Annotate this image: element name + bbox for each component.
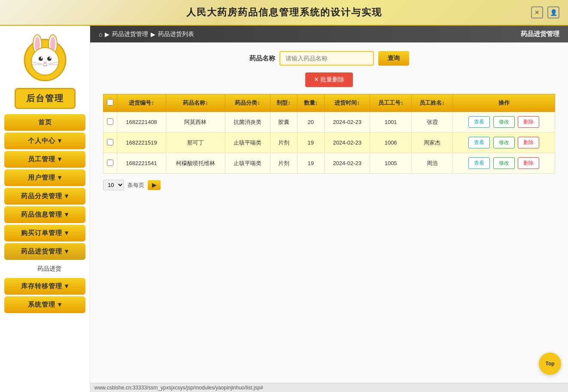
table-row: 1682221519 那可丁 止咳平喘类 片剂 19 2024-02-23 10… <box>103 133 555 153</box>
cell-category: 止咳平喘类 <box>225 153 270 174</box>
cell-dosage-form: 片剂 <box>270 153 297 174</box>
svg-point-6 <box>39 57 43 61</box>
sidebar-logo <box>17 30 73 86</box>
cell-employee-name: 周家杰 <box>411 133 453 153</box>
breadcrumb-separator-2: ▶ <box>151 31 155 38</box>
edit-button[interactable]: 修改 <box>493 137 515 148</box>
th-drug-name: 药品名称↕ <box>166 94 225 112</box>
table-row: 1682221541 柯檬酸喷托维林 止咳平喘类 片剂 19 2024-02-2… <box>103 153 555 174</box>
edit-button[interactable]: 修改 <box>493 116 515 128</box>
table-header-row: 进货编号↕ 药品名称↕ 药品分类↕ 剂型↕ 数量↕ 进货时间↕ 员工工号↕ 员工… <box>103 94 555 112</box>
breadcrumb-item-2: 药品进货列表 <box>158 30 194 38</box>
bulk-actions: ✕ 批量删除 <box>103 72 555 87</box>
cell-actions: 查看 修改 删除 <box>453 133 555 153</box>
cell-purchase-time: 2024-02-23 <box>324 133 370 153</box>
cell-dosage-form: 片剂 <box>270 133 297 153</box>
cell-actions: 查看 修改 删除 <box>453 153 555 174</box>
sidebar-item-profile[interactable]: 个人中心 ▾ <box>4 133 85 149</box>
table-body: 1682221408 阿莫西林 抗菌消炎类 胶囊 20 2024-02-23 1… <box>103 112 555 174</box>
rabbit-icon <box>19 32 71 84</box>
pagination: 10 20 50 条每页 ▶ <box>103 180 555 190</box>
sidebar-item-drug-info[interactable]: 药品信息管理 ▾ <box>4 206 85 223</box>
view-button[interactable]: 查看 <box>468 157 490 169</box>
sidebar: 后台管理 首页 个人中心 ▾ 员工管理 ▾ 用户管理 ▾ 药品分类管理 ▾ 药品… <box>0 26 90 392</box>
bulk-delete-button[interactable]: ✕ 批量删除 <box>305 72 353 87</box>
cell-drug-name: 阿莫西林 <box>166 112 225 133</box>
search-button[interactable]: 查询 <box>378 51 409 66</box>
header: 人民大药房药品信息管理系统的设计与实现 ✕ 👤 <box>0 0 568 26</box>
cell-quantity: 19 <box>297 153 324 174</box>
th-id: 进货编号↕ <box>117 94 166 112</box>
th-purchase-time: 进货时间↕ <box>324 94 370 112</box>
cell-drug-name: 柯檬酸喷托维林 <box>166 153 225 174</box>
sidebar-item-purchase-order[interactable]: 购买订单管理 ▾ <box>4 225 85 241</box>
admin-label: 后台管理 <box>15 88 76 109</box>
delete-button[interactable]: 删除 <box>518 137 539 148</box>
sidebar-item-user[interactable]: 用户管理 ▾ <box>4 169 85 186</box>
header-icons: ✕ 👤 <box>531 6 559 18</box>
sidebar-item-inventory[interactable]: 库存转移管理 ▾ <box>4 278 85 295</box>
cell-id: 1682221541 <box>117 153 166 174</box>
row-checkbox[interactable] <box>107 118 113 125</box>
cell-category: 止咳平喘类 <box>225 133 270 153</box>
sidebar-item-system[interactable]: 系统管理 ▾ <box>4 296 85 313</box>
row-checkbox[interactable] <box>107 160 113 166</box>
page-size-select[interactable]: 10 20 50 <box>103 180 124 190</box>
th-category: 药品分类↕ <box>225 94 270 112</box>
sidebar-item-employee[interactable]: 员工管理 ▾ <box>4 151 85 168</box>
cell-quantity: 19 <box>297 133 324 153</box>
page-content: 药品名称 查询 ✕ 批量删除 进货编号↕ 药品名称↕ 药品分类↕ <box>90 42 568 383</box>
cell-actions: 查看 修改 删除 <box>453 112 555 133</box>
status-url: www.csbishe.cn:33333/ssm_ypxsjxcsys/jsp/… <box>94 385 263 391</box>
main-layout: 后台管理 首页 个人中心 ▾ 员工管理 ▾ 用户管理 ▾ 药品分类管理 ▾ 药品… <box>0 26 568 392</box>
th-employee-id: 员工工号↕ <box>370 94 411 112</box>
user-button[interactable]: 👤 <box>547 6 559 18</box>
svg-point-9 <box>49 57 51 59</box>
delete-button[interactable]: 删除 <box>518 157 539 169</box>
cell-employee-id: 1001 <box>370 112 411 133</box>
svg-point-7 <box>47 57 52 61</box>
cell-employee-id: 1005 <box>370 153 411 174</box>
view-button[interactable]: 查看 <box>468 116 490 128</box>
header-title: 人民大药房药品信息管理系统的设计与实现 <box>186 6 382 19</box>
th-checkbox <box>103 94 117 112</box>
sidebar-item-home[interactable]: 首页 <box>4 114 85 131</box>
search-bar: 药品名称 查询 <box>103 51 555 66</box>
cell-id: 1682221408 <box>117 112 166 133</box>
breadcrumb-separator: ▶ <box>105 31 109 38</box>
breadcrumb: ⌂ ▶ 药品进货管理 ▶ 药品进货列表 <box>99 30 194 38</box>
th-quantity: 数量↕ <box>297 94 324 112</box>
cell-drug-name: 那可丁 <box>166 133 225 153</box>
sidebar-sub-drug-purchase[interactable]: 药品进货 <box>4 262 85 276</box>
view-button[interactable]: 查看 <box>468 137 490 148</box>
svg-point-8 <box>41 57 43 59</box>
breadcrumb-item-1: 药品进货管理 <box>112 30 148 38</box>
per-page-label: 条每页 <box>128 181 144 189</box>
close-button[interactable]: ✕ <box>531 6 543 18</box>
select-all-checkbox[interactable] <box>107 99 113 106</box>
search-input[interactable] <box>279 51 374 66</box>
svg-point-5 <box>31 48 59 75</box>
cell-purchase-time: 2024-02-23 <box>324 112 370 133</box>
cell-employee-name: 周浩 <box>411 153 453 174</box>
search-label: 药品名称 <box>249 54 275 63</box>
delete-button[interactable]: 删除 <box>518 116 539 128</box>
row-checkbox[interactable] <box>107 139 113 145</box>
edit-button[interactable]: 修改 <box>493 157 515 169</box>
page-next-button[interactable]: ▶ <box>148 180 161 190</box>
cell-quantity: 20 <box>297 112 324 133</box>
th-actions: 操作 <box>453 94 555 112</box>
page-title: 药品进货管理 <box>521 30 559 38</box>
back-to-top-button[interactable]: Top <box>539 353 561 375</box>
data-table: 进货编号↕ 药品名称↕ 药品分类↕ 剂型↕ 数量↕ 进货时间↕ 员工工号↕ 员工… <box>103 94 555 174</box>
home-icon: ⌂ <box>99 31 102 38</box>
breadcrumb-bar: ⌂ ▶ 药品进货管理 ▶ 药品进货列表 药品进货管理 <box>90 26 568 42</box>
th-dosage-form: 剂型↕ <box>270 94 297 112</box>
svg-point-10 <box>43 62 47 64</box>
cell-category: 抗菌消炎类 <box>225 112 270 133</box>
cell-employee-name: 张霞 <box>411 112 453 133</box>
sidebar-item-drug-purchase[interactable]: 药品进货管理 ▾ <box>4 243 85 260</box>
sidebar-item-drug-category[interactable]: 药品分类管理 ▾ <box>4 188 85 205</box>
content-area: ⌂ ▶ 药品进货管理 ▶ 药品进货列表 药品进货管理 药品名称 查询 ✕ 批量删… <box>90 26 568 392</box>
th-employee-name: 员工姓名↕ <box>411 94 453 112</box>
